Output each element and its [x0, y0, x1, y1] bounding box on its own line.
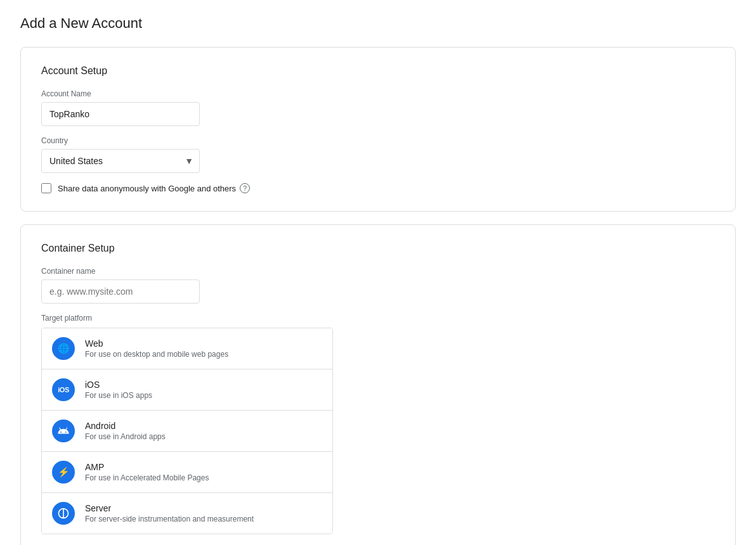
platform-item[interactable]: ⚡AMPFor use in Accelerated Mobile Pages [42, 452, 332, 493]
share-data-checkbox[interactable] [41, 183, 51, 193]
target-platform-group: Target platform 🌐WebFor use on desktop a… [41, 314, 715, 534]
country-select[interactable]: United StatesUnited KingdomCanadaAustral… [41, 149, 200, 173]
platform-text: AndroidFor use in Android apps [85, 421, 166, 441]
container-setup-title: Container Setup [41, 243, 715, 254]
platform-name: iOS [85, 380, 152, 390]
container-name-input[interactable] [41, 279, 200, 304]
globe-icon: 🌐 [52, 337, 75, 360]
android-icon [52, 420, 75, 442]
platform-description: For use in Android apps [85, 432, 166, 441]
help-icon[interactable]: ? [240, 183, 250, 193]
share-data-row: Share data anonymously with Google and o… [41, 183, 715, 193]
platform-text: AMPFor use in Accelerated Mobile Pages [85, 462, 209, 482]
account-setup-title: Account Setup [41, 65, 715, 77]
platform-list: 🌐WebFor use on desktop and mobile web pa… [41, 328, 333, 534]
platform-description: For use in iOS apps [85, 391, 152, 400]
platform-description: For use in Accelerated Mobile Pages [85, 473, 209, 482]
platform-item[interactable]: 🌐WebFor use on desktop and mobile web pa… [42, 328, 332, 369]
platform-text: iOSFor use in iOS apps [85, 380, 152, 400]
platform-item[interactable]: ServerFor server-side instrumentation an… [42, 493, 332, 534]
account-name-label: Account Name [41, 89, 715, 98]
amp-icon: ⚡ [52, 461, 75, 484]
platform-name: Android [85, 421, 166, 431]
container-setup-card: Container Setup Container name Target pl… [20, 224, 736, 545]
container-name-label: Container name [41, 267, 715, 276]
container-name-field-group: Container name [41, 267, 715, 304]
account-name-input[interactable] [41, 102, 200, 126]
platform-text: ServerFor server-side instrumentation an… [85, 503, 254, 523]
share-data-label: Share data anonymously with Google and o… [58, 183, 250, 193]
platform-name: Server [85, 503, 254, 513]
platform-item[interactable]: AndroidFor use in Android apps [42, 411, 332, 452]
server-icon [52, 502, 75, 525]
platform-description: For server-side instrumentation and meas… [85, 515, 254, 523]
country-field-group: Country United StatesUnited KingdomCanad… [41, 136, 715, 173]
country-label: Country [41, 136, 715, 145]
platform-description: For use on desktop and mobile web pages [85, 350, 228, 359]
page-title: Add a New Account [20, 15, 736, 32]
platform-name: Web [85, 338, 228, 349]
target-platform-label: Target platform [41, 314, 715, 323]
platform-item[interactable]: iOSiOSFor use in iOS apps [42, 369, 332, 411]
country-select-wrapper: United StatesUnited KingdomCanadaAustral… [41, 149, 200, 173]
platform-text: WebFor use on desktop and mobile web pag… [85, 338, 228, 359]
account-name-field-group: Account Name [41, 89, 715, 126]
ios-icon: iOS [52, 378, 75, 401]
account-setup-card: Account Setup Account Name Country Unite… [20, 47, 736, 212]
platform-name: AMP [85, 462, 209, 472]
